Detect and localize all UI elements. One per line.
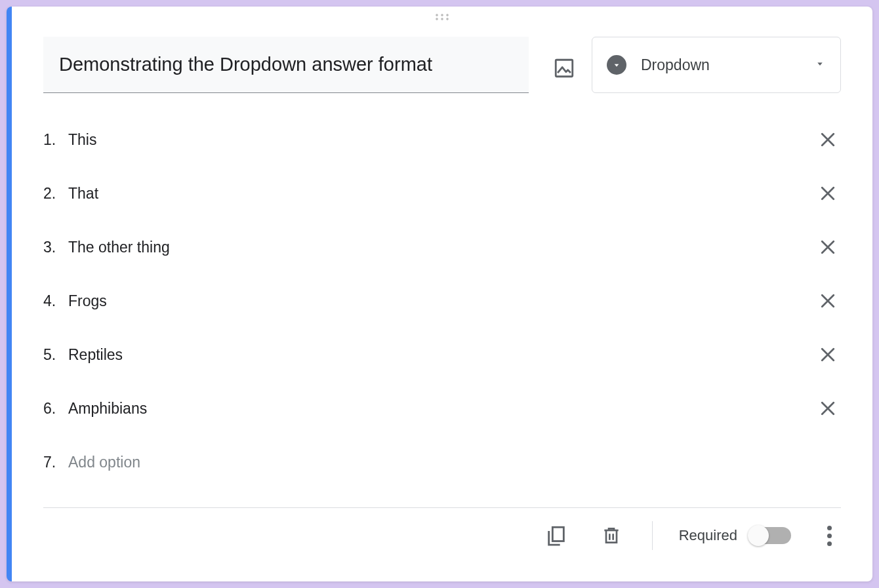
option-input[interactable] bbox=[68, 236, 807, 259]
question-type-label: Dropdown bbox=[641, 56, 814, 74]
option-number: 3. bbox=[43, 239, 68, 256]
close-icon bbox=[818, 237, 838, 257]
question-header: Dropdown bbox=[12, 31, 872, 93]
remove-option-button[interactable] bbox=[815, 342, 841, 368]
option-row: 5. bbox=[43, 328, 841, 382]
more-options-button[interactable] bbox=[817, 521, 841, 550]
option-input[interactable] bbox=[68, 343, 807, 366]
footer-separator bbox=[652, 521, 653, 550]
add-image-button[interactable] bbox=[548, 52, 580, 84]
close-icon bbox=[818, 345, 838, 364]
remove-option-button[interactable] bbox=[815, 180, 841, 206]
more-vertical-icon bbox=[827, 526, 832, 546]
close-icon bbox=[818, 399, 838, 418]
close-icon bbox=[818, 184, 838, 203]
close-icon bbox=[818, 291, 838, 311]
option-number: 2. bbox=[43, 185, 68, 203]
close-icon bbox=[818, 130, 838, 149]
remove-option-button[interactable] bbox=[815, 127, 841, 153]
option-input[interactable] bbox=[68, 182, 807, 205]
drag-handle[interactable] bbox=[12, 7, 872, 31]
add-option-input[interactable] bbox=[68, 451, 841, 474]
option-number: 7. bbox=[43, 454, 68, 471]
option-input[interactable] bbox=[68, 290, 807, 313]
trash-icon bbox=[601, 525, 622, 546]
required-label: Required bbox=[679, 527, 737, 544]
delete-button[interactable] bbox=[597, 521, 626, 550]
dropdown-type-icon bbox=[607, 55, 626, 75]
question-card: Dropdown 1. 2. 3. bbox=[7, 7, 872, 581]
svg-rect-1 bbox=[552, 527, 563, 541]
toggle-knob bbox=[748, 525, 769, 546]
option-row: 1. bbox=[43, 113, 841, 167]
remove-option-button[interactable] bbox=[815, 395, 841, 421]
chevron-down-icon bbox=[814, 58, 826, 72]
option-input[interactable] bbox=[68, 128, 807, 151]
question-title-input[interactable] bbox=[43, 37, 529, 92]
remove-option-button[interactable] bbox=[815, 234, 841, 260]
add-option-row: 7. bbox=[43, 435, 841, 489]
option-number: 1. bbox=[43, 131, 68, 149]
question-footer: Required bbox=[12, 508, 872, 550]
option-row: 3. bbox=[43, 220, 841, 274]
option-input[interactable] bbox=[68, 397, 807, 420]
remove-option-button[interactable] bbox=[815, 288, 841, 314]
drag-dots-icon bbox=[434, 13, 450, 21]
option-number: 6. bbox=[43, 400, 68, 418]
question-type-select[interactable]: Dropdown bbox=[592, 37, 841, 93]
option-number: 5. bbox=[43, 346, 68, 364]
required-toggle-wrap: Required bbox=[679, 527, 791, 544]
option-row: 2. bbox=[43, 167, 841, 220]
duplicate-button[interactable] bbox=[542, 521, 571, 550]
duplicate-icon bbox=[545, 524, 567, 547]
image-icon bbox=[553, 57, 575, 79]
question-title-wrap bbox=[43, 37, 529, 93]
options-list: 1. 2. 3. 4. 5. bbox=[12, 93, 872, 489]
option-row: 4. bbox=[43, 274, 841, 328]
required-toggle[interactable] bbox=[749, 527, 791, 544]
option-number: 4. bbox=[43, 292, 68, 310]
option-row: 6. bbox=[43, 382, 841, 435]
